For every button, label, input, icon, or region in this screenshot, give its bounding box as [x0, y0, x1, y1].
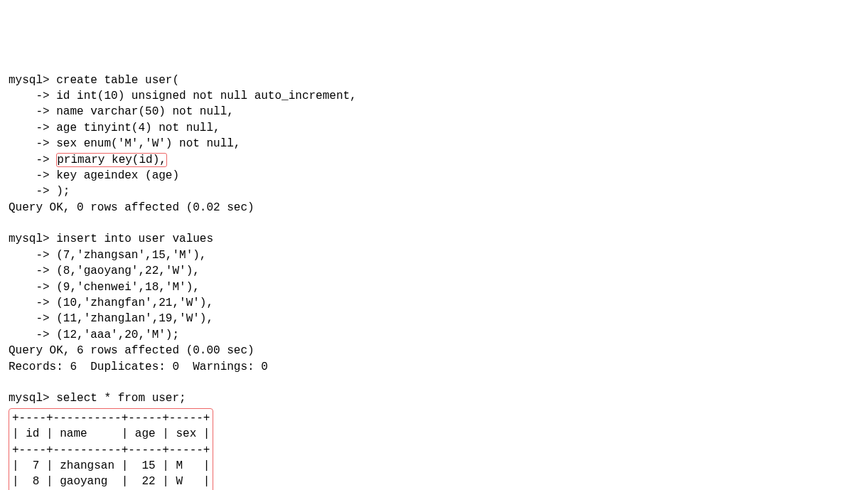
- table-header: | id | name | age | sex |: [12, 426, 210, 442]
- insert-result-1: Query OK, 6 rows affected (0.00 sec): [9, 343, 859, 358]
- insert-result-2: Records: 6 Duplicates: 0 Warnings: 0: [9, 359, 859, 375]
- create-line-2: -> name varchar(50) not null,: [9, 104, 859, 119]
- cont-prompt: ->: [9, 105, 56, 118]
- cont-prompt: ->: [9, 122, 56, 134]
- insert-line-6: -> (12,'aaa',20,'M');: [9, 327, 859, 343]
- mysql-terminal: mysql> create table user( -> id int(10) …: [9, 73, 859, 490]
- create-result: Query OK, 0 rows affected (0.02 sec): [9, 200, 859, 215]
- cont-prompt: ->: [9, 329, 56, 341]
- insert-line-2: -> (8,'gaoyang',22,'W'),: [9, 263, 859, 279]
- create-line-6: -> key ageindex (age): [9, 168, 859, 183]
- insert-line-3: -> (9,'chenwei',18,'M'),: [9, 279, 859, 295]
- table-border-top: +----+----------+-----+-----+: [12, 410, 210, 426]
- select-line: mysql> select * from user;: [9, 390, 859, 406]
- cont-prompt: ->: [9, 249, 56, 262]
- blank-line: [9, 375, 859, 390]
- cont-prompt: ->: [9, 312, 56, 325]
- cont-prompt: ->: [9, 281, 56, 294]
- insert-line-1: -> (7,'zhangsan',15,'M'),: [9, 247, 859, 263]
- cont-prompt: ->: [9, 154, 56, 166]
- mysql-prompt: mysql>: [9, 392, 56, 405]
- table-row: | 8 | gaoyang | 22 | W |: [12, 474, 210, 489]
- cont-prompt: ->: [9, 90, 56, 102]
- cont-prompt: ->: [9, 297, 56, 309]
- primary-key-highlight: primary key(id),: [56, 153, 167, 167]
- table-row: | 7 | zhangsan | 15 | M |: [12, 458, 210, 474]
- cont-prompt: ->: [9, 265, 56, 277]
- table-border-mid: +----+----------+-----+-----+: [12, 442, 210, 458]
- create-line-5: -> primary key(id),: [9, 152, 859, 168]
- create-line-0: mysql> create table user(: [9, 73, 859, 88]
- cont-prompt: ->: [9, 185, 56, 198]
- mysql-prompt: mysql>: [9, 233, 56, 245]
- create-line-3: -> age tinyint(4) not null,: [9, 120, 859, 136]
- insert-line-5: -> (11,'zhanglan',19,'W'),: [9, 311, 859, 326]
- blank-line: [9, 215, 859, 231]
- create-line-4: -> sex enum('M','W') not null,: [9, 136, 859, 151]
- create-line-1: -> id int(10) unsigned not null auto_inc…: [9, 88, 859, 104]
- mysql-prompt: mysql>: [9, 74, 56, 87]
- insert-line-4: -> (10,'zhangfan',21,'W'),: [9, 295, 859, 311]
- cont-prompt: ->: [9, 169, 56, 182]
- result-table-highlight: +----+----------+-----+-----+| id | name…: [9, 408, 213, 490]
- insert-line-0: mysql> insert into user values: [9, 231, 859, 247]
- create-line-7: -> );: [9, 183, 859, 199]
- cont-prompt: ->: [9, 137, 56, 150]
